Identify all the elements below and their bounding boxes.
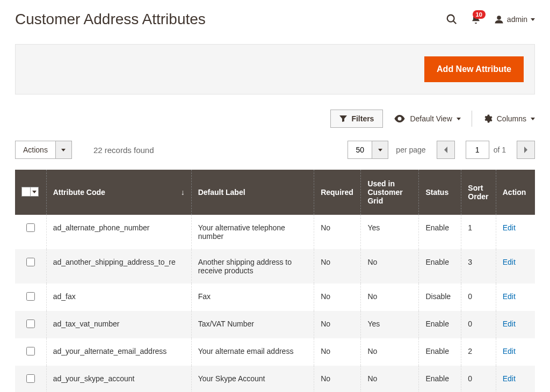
cell-sort-order: 0: [461, 366, 496, 392]
cell-used-in-grid: No: [361, 338, 419, 366]
cell-required: No: [314, 249, 361, 284]
cell-status: Enable: [419, 366, 461, 392]
cell-status: Enable: [419, 338, 461, 366]
chevron-down-icon: [32, 191, 37, 193]
columns-label: Columns: [497, 114, 526, 123]
cell-status: Enable: [419, 215, 461, 249]
page-size-select[interactable]: [348, 141, 388, 159]
cell-code: ad_another_shipping_address_to_re: [46, 249, 191, 284]
cell-sort-order: 2: [461, 338, 496, 366]
chevron-down-icon: [531, 18, 535, 21]
of-pages-label: of 1: [494, 146, 506, 154]
row-checkbox[interactable]: [26, 223, 35, 232]
per-page-label: per page: [396, 146, 425, 154]
sort-arrow-icon: ↓: [181, 188, 185, 197]
cell-sort-order: 3: [461, 249, 496, 284]
status-header[interactable]: Status: [419, 170, 461, 215]
row-checkbox[interactable]: [26, 292, 35, 301]
code-header[interactable]: Attribute Code↓: [46, 170, 191, 215]
svg-point-0: [447, 15, 454, 22]
attributes-table: Attribute Code↓ Default Label Required U…: [15, 170, 535, 392]
notification-icon[interactable]: 10: [471, 13, 481, 25]
chevron-right-icon: [524, 147, 528, 153]
required-header[interactable]: Required: [314, 170, 361, 215]
cell-label: Your Skype Account: [191, 366, 314, 392]
cell-code: ad_your_alternate_email_address: [46, 338, 191, 366]
columns-dropdown[interactable]: Columns: [483, 114, 535, 124]
table-row[interactable]: ad_another_shipping_address_to_reAnother…: [15, 249, 535, 284]
cell-label: Your alternative telephone number: [191, 215, 314, 249]
cell-label: Another shipping address to receive prod…: [191, 249, 314, 284]
user-icon: [494, 14, 504, 24]
edit-link[interactable]: Edit: [503, 374, 516, 383]
page-size-input[interactable]: [348, 146, 372, 154]
table-row[interactable]: ad_faxFaxNoNoDisable0Edit: [15, 284, 535, 311]
funnel-icon: [339, 115, 347, 122]
page-size-toggle[interactable]: [372, 141, 388, 158]
edit-link[interactable]: Edit: [503, 223, 516, 232]
prev-page-button[interactable]: [437, 141, 455, 159]
default-view-label: Default View: [410, 114, 452, 123]
edit-link[interactable]: Edit: [503, 347, 516, 355]
cell-status: Enable: [419, 311, 461, 338]
used-in-grid-header[interactable]: Used in Customer Grid: [361, 170, 419, 215]
actions-toggle[interactable]: [55, 141, 71, 158]
select-all-header[interactable]: [15, 170, 46, 215]
cell-used-in-grid: No: [361, 249, 419, 284]
notification-badge: 10: [473, 10, 486, 19]
search-icon[interactable]: [446, 13, 458, 25]
table-row[interactable]: ad_tax_vat_numberTax/VAT NumberNoYesEnab…: [15, 311, 535, 338]
filters-label: Filters: [351, 114, 374, 123]
sort-order-header[interactable]: Sort Order: [461, 170, 496, 215]
action-bar: Add New Attribute: [15, 44, 535, 95]
account-label: admin: [507, 15, 527, 24]
cell-code: ad_alternate_phone_number: [46, 215, 191, 249]
cell-status: Enable: [419, 249, 461, 284]
row-checkbox[interactable]: [26, 320, 35, 328]
cell-label: Your alternate email address: [191, 338, 314, 366]
page-number-input[interactable]: [466, 141, 489, 159]
row-checkbox[interactable]: [26, 374, 35, 383]
table-row[interactable]: ad_your_skype_accountYour Skype AccountN…: [15, 366, 535, 392]
account-menu[interactable]: admin: [494, 14, 535, 24]
cell-sort-order: 0: [461, 284, 496, 311]
cell-used-in-grid: Yes: [361, 215, 419, 249]
page-title: Customer Address Attributes: [15, 11, 446, 28]
cell-label: Tax/VAT Number: [191, 311, 314, 338]
label-header[interactable]: Default Label: [191, 170, 314, 215]
action-header[interactable]: Action: [496, 170, 535, 215]
gear-icon: [483, 114, 493, 124]
svg-point-2: [497, 16, 501, 20]
default-view-dropdown[interactable]: Default View: [394, 114, 460, 123]
cell-required: No: [314, 366, 361, 392]
actions-label: Actions: [16, 146, 55, 154]
edit-link[interactable]: Edit: [503, 292, 516, 301]
table-row[interactable]: ad_alternate_phone_numberYour alternativ…: [15, 215, 535, 249]
edit-link[interactable]: Edit: [503, 258, 516, 266]
cell-status: Disable: [419, 284, 461, 311]
cell-used-in-grid: No: [361, 284, 419, 311]
table-row[interactable]: ad_your_alternate_email_addressYour alte…: [15, 338, 535, 366]
chevron-down-icon: [61, 149, 66, 151]
cell-sort-order: 0: [461, 311, 496, 338]
next-page-button[interactable]: [517, 141, 535, 159]
row-checkbox[interactable]: [26, 258, 35, 266]
actions-dropdown[interactable]: Actions: [15, 141, 72, 159]
cell-required: No: [314, 284, 361, 311]
eye-icon: [394, 115, 406, 122]
cell-code: ad_fax: [46, 284, 191, 311]
cell-required: No: [314, 338, 361, 366]
filters-button[interactable]: Filters: [330, 110, 383, 128]
chevron-down-icon: [378, 149, 382, 151]
row-checkbox[interactable]: [26, 347, 35, 355]
chevron-down-icon: [457, 118, 461, 120]
chevron-left-icon: [444, 147, 448, 153]
cell-code: ad_tax_vat_number: [46, 311, 191, 338]
cell-used-in-grid: Yes: [361, 311, 419, 338]
cell-label: Fax: [191, 284, 314, 311]
cell-required: No: [314, 311, 361, 338]
add-new-attribute-button[interactable]: Add New Attribute: [424, 56, 524, 82]
cell-required: No: [314, 215, 361, 249]
cell-sort-order: 1: [461, 215, 496, 249]
edit-link[interactable]: Edit: [503, 320, 516, 328]
